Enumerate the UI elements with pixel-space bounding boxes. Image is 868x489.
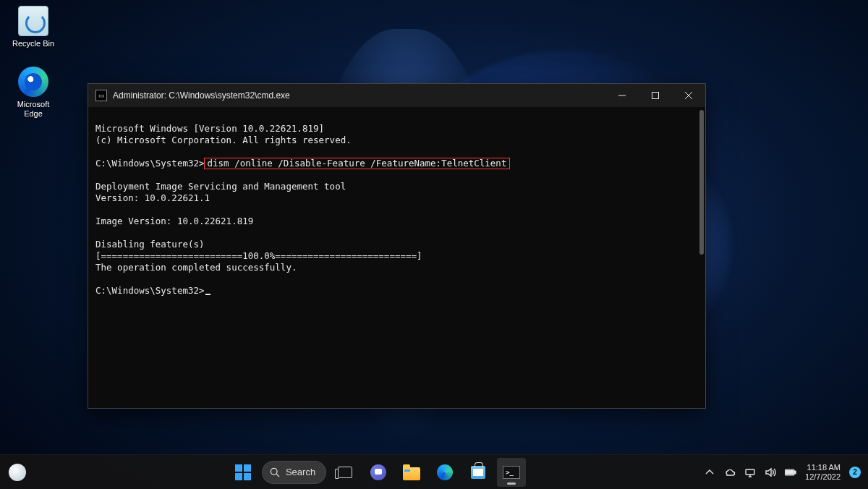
clock-date: 12/7/2022 [805, 472, 841, 482]
desktop-icon-label: Recycle Bin [6, 39, 61, 48]
clock-time: 11:18 AM [805, 463, 841, 472]
network-icon[interactable] [744, 467, 756, 478]
tray-chevron-up-icon[interactable] [704, 467, 715, 478]
chat-button[interactable] [364, 458, 393, 487]
battery-icon[interactable] [785, 467, 796, 478]
terminal-cursor [205, 294, 210, 295]
edge-icon [18, 67, 48, 97]
windows-logo-icon [235, 464, 251, 480]
taskbar-clock[interactable]: 11:18 AM 12/7/2022 [805, 463, 841, 482]
terminal-line: The operation completed successfully. [95, 262, 297, 273]
terminal-line: [==========================100.0%=======… [95, 250, 422, 261]
window-title: Administrator: C:\Windows\system32\cmd.e… [113, 90, 290, 101]
store-icon [471, 466, 485, 479]
highlighted-command: dism /online /Disable-Feature /FeatureNa… [204, 158, 511, 169]
desktop-icon-microsoft-edge[interactable]: Microsoft Edge [6, 67, 61, 119]
volume-icon[interactable] [765, 467, 776, 478]
terminal-line: Version: 10.0.22621.1 [95, 192, 210, 203]
store-button[interactable] [464, 458, 493, 487]
taskbar: Search 11:18 AM 12/7/2022 2 [0, 454, 868, 489]
chat-icon [370, 464, 386, 480]
terminal-scrollbar[interactable] [699, 110, 704, 255]
recycle-bin-icon [18, 6, 48, 36]
terminal-line: (c) Microsoft Corporation. All rights re… [95, 135, 352, 145]
terminal-icon [503, 466, 520, 479]
terminal-prompt: C:\Windows\System32> [95, 285, 205, 296]
desktop-icon-label: Microsoft Edge [6, 100, 61, 119]
edge-icon [437, 464, 453, 480]
close-button[interactable] [672, 84, 705, 107]
cmd-window: ▭ Administrator: C:\Windows\system32\cmd… [88, 83, 706, 409]
task-view-button[interactable] [331, 458, 359, 487]
terminal-output[interactable]: Microsoft Windows [Version 10.0.22621.81… [88, 107, 705, 408]
svg-rect-0 [652, 93, 659, 99]
maximize-button[interactable] [639, 84, 672, 107]
taskbar-weather-icon[interactable] [9, 464, 26, 481]
terminal-prompt: C:\Windows\System32> [95, 158, 205, 169]
file-explorer-button[interactable] [397, 458, 426, 487]
folder-icon [403, 467, 420, 480]
search-label: Search [286, 467, 315, 477]
minimize-button[interactable] [605, 84, 639, 107]
start-button[interactable] [229, 458, 258, 487]
taskbar-search[interactable]: Search [262, 461, 326, 484]
terminal-line: Disabling feature(s) [95, 239, 205, 250]
onedrive-icon[interactable] [724, 467, 736, 478]
notification-badge[interactable]: 2 [849, 467, 861, 478]
task-view-icon [338, 467, 352, 478]
terminal-line: Image Version: 10.0.22621.819 [95, 216, 253, 226]
svg-rect-4 [794, 471, 796, 474]
cmd-icon: ▭ [95, 90, 107, 101]
search-icon [270, 467, 280, 477]
edge-taskbar-button[interactable] [430, 458, 459, 487]
svg-rect-5 [786, 470, 793, 474]
terminal-line: Deployment Image Servicing and Managemen… [95, 181, 346, 192]
desktop-icon-recycle-bin[interactable]: Recycle Bin [6, 6, 61, 48]
terminal-line: Microsoft Windows [Version 10.0.22621.81… [95, 123, 324, 134]
svg-point-1 [271, 468, 277, 475]
terminal-taskbar-button[interactable] [497, 458, 526, 487]
window-titlebar[interactable]: ▭ Administrator: C:\Windows\system32\cmd… [88, 84, 705, 107]
svg-rect-2 [746, 469, 754, 475]
